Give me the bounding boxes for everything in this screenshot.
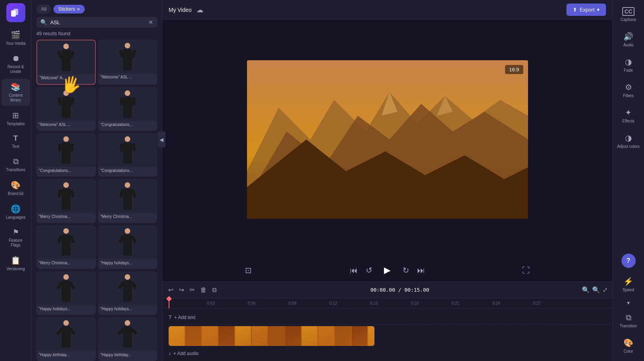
- play-button[interactable]: ▶: [380, 263, 395, 277]
- person-legs: [62, 338, 70, 348]
- undo-icon[interactable]: ↩: [167, 285, 175, 295]
- sticker-item-10[interactable]: "Happy holidays...: [98, 225, 158, 269]
- person-body: [123, 49, 132, 60]
- sidebar-item-record-create[interactable]: ⏺ Record & create: [2, 51, 30, 77]
- rewind-5s-icon[interactable]: ↺: [366, 265, 372, 275]
- person-legs: [62, 246, 70, 256]
- collapse-panel-button[interactable]: ◀: [158, 132, 165, 147]
- zoom-fit-icon[interactable]: ⤢: [602, 286, 608, 294]
- sticker-item-12[interactable]: "Happy holidays...: [98, 271, 158, 315]
- person-head: [125, 43, 130, 48]
- sticker-item-1[interactable]: "Welcome" A...: [36, 40, 96, 85]
- person-arm-right: [70, 189, 74, 197]
- clear-search-icon[interactable]: ✕: [148, 19, 153, 25]
- sidebar-item-text[interactable]: T Text: [2, 131, 30, 152]
- export-label: Export: [579, 7, 595, 13]
- right-panel-captions[interactable]: CC Captions: [614, 3, 643, 26]
- sidebar-item-brand-kit[interactable]: 🎨 Brand kit: [2, 177, 30, 199]
- redo-icon[interactable]: ↪: [178, 285, 185, 295]
- sticker-figure: [117, 274, 139, 302]
- person-body: [123, 189, 132, 200]
- sticker-figure: [55, 136, 77, 164]
- right-panel-speed[interactable]: ⚡ Speed: [614, 273, 643, 296]
- sidebar-item-feature-flags[interactable]: ⚑ Feature Flags: [2, 225, 30, 251]
- add-audio-button[interactable]: + Add audio: [173, 351, 199, 356]
- playhead[interactable]: [169, 298, 169, 308]
- sidebar-item-versioning[interactable]: 📋 Versioning: [2, 252, 30, 275]
- sticker-item-13[interactable]: "Happy birthday...: [36, 317, 96, 361]
- sticker-item-2[interactable]: "Welcome" ASL ...: [98, 40, 158, 85]
- sticker-thumb: [36, 133, 96, 167]
- sticker-item-6[interactable]: "Congratulations...: [98, 133, 158, 177]
- right-panel-transition[interactable]: ⧉ Transition: [614, 309, 643, 332]
- sidebar-item-templates[interactable]: ⊞ Templates: [2, 107, 30, 130]
- person-body: [123, 97, 132, 108]
- total-time: 00:15.00: [405, 287, 429, 293]
- sticker-item-5[interactable]: "Congratulations...: [36, 133, 96, 177]
- sidebar-item-content-library[interactable]: 📚 Content library: [2, 79, 30, 106]
- add-text-button[interactable]: + Add text: [174, 315, 196, 320]
- skip-forward-icon[interactable]: ⏭: [417, 266, 425, 275]
- playback-controls: ⊡ ⏮ ↺ ▶ ↻ ⏭ ⛶: [162, 259, 612, 281]
- sticker-item-11[interactable]: "Happy holidays...: [36, 271, 96, 315]
- sidebar-item-transitions[interactable]: ⧉ Transitions: [2, 154, 30, 176]
- right-panel-filters[interactable]: ⚙ Filters: [614, 78, 643, 102]
- adjust-colors-icon: ◑: [625, 133, 632, 143]
- sticker-thumb: [98, 133, 158, 167]
- right-panel-fade[interactable]: ◑ Fade: [614, 53, 643, 77]
- right-panel: CC Captions 🔊 Audio ◑ Fade ⚙ Filters ✦ E…: [612, 0, 644, 361]
- right-panel-audio[interactable]: 🔊 Audio: [614, 28, 643, 52]
- screenshot-icon[interactable]: ⊡: [245, 265, 252, 275]
- person-body: [123, 143, 132, 154]
- forward-5s-icon[interactable]: ↻: [403, 265, 409, 275]
- fullscreen-icon[interactable]: ⛶: [522, 266, 530, 275]
- right-panel-color[interactable]: 🎨 Color: [614, 334, 643, 358]
- help-button[interactable]: ?: [621, 254, 636, 268]
- cloud-save-icon[interactable]: ☁: [196, 6, 203, 14]
- sticker-item-7[interactable]: "Merry Christma...: [36, 179, 96, 223]
- export-button[interactable]: ⬆ Export ▾: [566, 4, 606, 16]
- video-frame-thumb: [185, 326, 201, 346]
- sticker-thumb: [36, 179, 96, 213]
- fade-icon: ◑: [625, 57, 632, 67]
- video-track[interactable]: [169, 326, 374, 346]
- search-input[interactable]: [50, 19, 145, 25]
- filter-tabs: All Stickers ✕: [32, 0, 162, 17]
- expand-icon[interactable]: ▾: [625, 298, 631, 308]
- effects-label: Effects: [622, 119, 634, 124]
- ruler-marker-0:24: 0:24: [492, 301, 500, 306]
- sticker-item-4[interactable]: "Congratulations...: [98, 87, 158, 131]
- current-time: 00:00.00: [370, 287, 395, 293]
- duplicate-icon[interactable]: ⧉: [211, 285, 218, 295]
- cut-icon[interactable]: ✂: [188, 285, 196, 295]
- tab-stickers-close[interactable]: ✕: [77, 7, 80, 11]
- delete-icon[interactable]: 🗑: [199, 285, 208, 295]
- sticker-item-3[interactable]: "Welcome" ASL ...: [36, 87, 96, 131]
- sidebar-item-languages[interactable]: 🌐 Languages: [2, 201, 30, 223]
- sticker-thumb: [98, 271, 158, 305]
- sticker-label: "Happy holidays...: [36, 305, 96, 313]
- video-track-container: [169, 325, 612, 348]
- tab-stickers[interactable]: Stickers ✕: [53, 5, 85, 13]
- sticker-label: "Congratulations...: [98, 121, 158, 128]
- sticker-item-8[interactable]: "Merry Christma...: [98, 179, 158, 223]
- sidebar-item-label-languages: Languages: [6, 215, 26, 220]
- person-arm-left: [120, 97, 123, 105]
- person-body: [62, 50, 70, 61]
- zoom-in-icon[interactable]: 🔍: [592, 286, 600, 294]
- sticker-figure: [55, 44, 77, 71]
- tab-all[interactable]: All: [36, 5, 51, 13]
- languages-icon: 🌐: [11, 204, 21, 214]
- zoom-out-icon[interactable]: 🔍: [582, 286, 590, 294]
- person-head: [125, 228, 130, 234]
- right-panel-effects[interactable]: ✦ Effects: [614, 104, 643, 128]
- sidebar-item-label-your-media: Your media: [6, 41, 25, 46]
- skip-back-icon[interactable]: ⏮: [350, 266, 358, 275]
- sidebar-item-your-media[interactable]: 🎬 Your media: [2, 27, 30, 49]
- sticker-item-9[interactable]: "Merry Christma...: [36, 225, 96, 269]
- left-sidebar: 🎬 Your media ⏺ Record & create 📚 Content…: [0, 0, 32, 361]
- sticker-item-14[interactable]: "Happy birthday...: [98, 317, 158, 361]
- video-title: My Video: [169, 7, 192, 13]
- sticker-figure: [117, 320, 139, 348]
- right-panel-adjust-colors[interactable]: ◑ Adjust colors: [614, 129, 643, 153]
